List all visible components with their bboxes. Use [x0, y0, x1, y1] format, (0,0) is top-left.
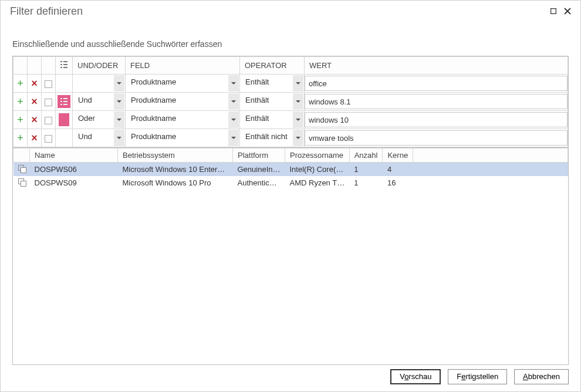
operator-dropdown[interactable]: Enthält nicht: [241, 130, 303, 146]
row-checkbox[interactable]: [45, 135, 52, 143]
chevron-down-icon[interactable]: [228, 130, 239, 146]
window-title: Filter definieren: [6, 5, 546, 18]
chevron-down-icon[interactable]: [293, 93, 303, 110]
filter-header-chk: [42, 57, 56, 75]
group-color-icon: [59, 113, 69, 126]
chevron-down-icon[interactable]: [293, 130, 303, 146]
add-row-button[interactable]: +: [17, 132, 23, 144]
filter-header-row: UND/ODER FELD OPERATOR WERT: [13, 57, 568, 75]
andor-dropdown[interactable]: Und: [73, 130, 124, 146]
group-indicator-cell: [56, 111, 73, 129]
preview-button[interactable]: Vorschau: [390, 369, 441, 384]
field-value: Produktname: [126, 130, 228, 146]
chevron-down-icon[interactable]: [114, 130, 124, 146]
results-header-count[interactable]: Anzahl: [349, 148, 383, 163]
delete-row-button[interactable]: ×: [31, 77, 38, 89]
filter-header-operator[interactable]: OPERATOR: [240, 57, 305, 75]
andor-value: Und: [73, 93, 114, 110]
delete-row-button[interactable]: ×: [31, 96, 38, 107]
results-row[interactable]: DOSPWS09Microsoft Windows 10 ProAuthenti…: [13, 176, 568, 190]
maximize-button[interactable]: [546, 4, 560, 18]
row-checkbox[interactable]: [45, 99, 52, 106]
chevron-down-icon[interactable]: [228, 75, 239, 92]
filter-header-andor[interactable]: UND/ODER: [73, 57, 126, 75]
cell-cores: 4: [383, 163, 413, 177]
filter-table: UND/ODER FELD OPERATOR WERT +×Produktnam…: [12, 56, 569, 148]
maximize-icon: [550, 8, 556, 14]
results-row[interactable]: DOSPWS06Microsoft Windows 10 Enter…Genui…: [13, 163, 568, 177]
chevron-down-icon[interactable]: [228, 111, 239, 128]
dialog-filter-definieren: Filter definieren Einschließende und aus…: [0, 0, 581, 392]
operator-dropdown[interactable]: Enthält: [241, 93, 303, 110]
list-icon: [60, 61, 67, 68]
chevron-down-icon[interactable]: [114, 75, 124, 92]
computer-icon: [18, 178, 25, 185]
row-checkbox[interactable]: [45, 117, 52, 124]
results-header-cores[interactable]: Kerne: [383, 148, 413, 163]
chevron-down-icon[interactable]: [114, 93, 124, 110]
dialog-footer: Vorschau Fertigstellen Abbrechen: [390, 369, 569, 384]
chevron-down-icon[interactable]: [228, 93, 239, 110]
group-badge-icon: [58, 95, 70, 108]
value-input[interactable]: [305, 130, 568, 146]
row-checkbox[interactable]: [45, 80, 52, 88]
filter-header-field[interactable]: FELD: [126, 57, 240, 75]
operator-dropdown[interactable]: Enthält: [241, 111, 303, 128]
cell-name: DOSPWS06: [30, 163, 118, 177]
filter-header-value[interactable]: WERT: [305, 57, 568, 75]
close-icon: [564, 8, 571, 15]
field-dropdown[interactable]: Produktname: [126, 130, 239, 146]
filter-header-add: [13, 57, 28, 75]
add-row-button[interactable]: +: [17, 114, 23, 126]
results-grid[interactable]: Name Betriebssystem Plattform Prozessorn…: [12, 148, 569, 365]
cell-platform: Authentic…: [233, 176, 285, 190]
field-dropdown[interactable]: Produktname: [126, 111, 239, 128]
results-header-os[interactable]: Betriebssystem: [118, 148, 233, 163]
delete-row-button[interactable]: ×: [31, 114, 38, 126]
finish-button[interactable]: Fertigstellen: [448, 369, 507, 384]
delete-row-button[interactable]: ×: [31, 132, 38, 144]
filter-header-del: [28, 57, 42, 75]
chevron-down-icon[interactable]: [293, 75, 303, 92]
group-indicator-cell: [56, 93, 73, 111]
cell-count: 1: [349, 176, 383, 190]
andor-value: Oder: [73, 111, 114, 128]
chevron-down-icon[interactable]: [114, 111, 124, 128]
cell-os: Microsoft Windows 10 Pro: [118, 176, 233, 190]
value-input[interactable]: [305, 112, 568, 127]
filter-row: +×OderProduktnameEnthält: [13, 111, 568, 129]
results-header-name[interactable]: Name: [30, 148, 118, 163]
cell-os: Microsoft Windows 10 Enter…: [118, 163, 233, 177]
results-header-processor[interactable]: Prozessorname: [285, 148, 350, 163]
field-value: Produktname: [126, 75, 228, 92]
chevron-down-icon[interactable]: [293, 111, 303, 128]
dialog-subtitle: Einschließende und ausschließende Suchwö…: [1, 22, 580, 56]
computer-icon: [18, 165, 25, 172]
field-dropdown[interactable]: Produktname: [126, 93, 239, 110]
results-header-platform[interactable]: Plattform: [233, 148, 285, 163]
cell-processor: AMD Ryzen T…: [285, 176, 350, 190]
results-header-spacer: [413, 148, 568, 163]
operator-value: Enthält nicht: [241, 130, 293, 146]
operator-value: Enthält: [241, 93, 293, 110]
andor-dropdown[interactable]: Und: [73, 93, 124, 110]
add-row-button[interactable]: +: [17, 77, 23, 89]
value-input[interactable]: [305, 94, 568, 109]
andor-dropdown[interactable]: Oder: [73, 111, 124, 128]
cell-platform: GenuineIn…: [233, 163, 285, 177]
results-header-row: Name Betriebssystem Plattform Prozessorn…: [13, 148, 568, 163]
add-row-button[interactable]: +: [17, 96, 23, 107]
filter-header-list: [56, 57, 73, 75]
cell-name: DOSPWS09: [30, 176, 118, 190]
titlebar: Filter definieren: [1, 1, 580, 22]
results-header-icon: [13, 148, 30, 163]
group-indicator-cell: [56, 75, 73, 93]
andor-value: [73, 75, 114, 92]
value-input[interactable]: [305, 76, 568, 91]
cell-cores: 16: [383, 176, 413, 190]
field-dropdown[interactable]: Produktname: [126, 75, 239, 92]
operator-dropdown[interactable]: Enthält: [241, 75, 303, 92]
cancel-button[interactable]: Abbrechen: [514, 369, 569, 384]
andor-dropdown[interactable]: [73, 75, 124, 92]
close-button[interactable]: [560, 4, 575, 18]
